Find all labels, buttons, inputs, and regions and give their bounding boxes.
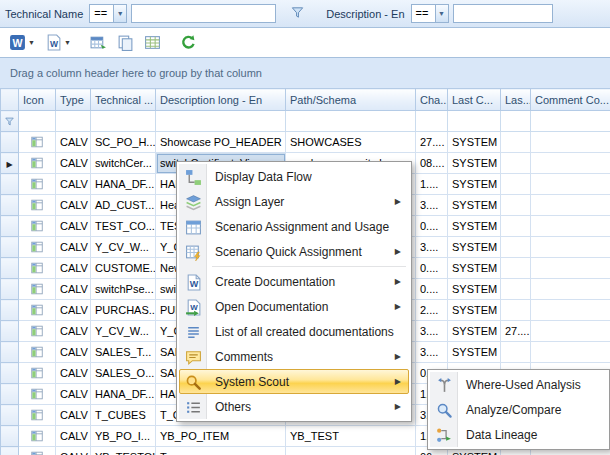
word-template-button[interactable]: W▼ <box>41 31 75 54</box>
dropdown-arrow-icon[interactable]: ▼ <box>64 39 71 46</box>
cell-icon[interactable] <box>19 321 56 342</box>
cell-type[interactable]: CALV <box>56 384 91 405</box>
menu-item-others[interactable]: Others▶ <box>179 394 409 419</box>
filter-cell[interactable] <box>448 111 501 132</box>
cell-last-changed-by[interactable]: SYSTEM <box>448 279 501 300</box>
cell-icon[interactable] <box>19 174 56 195</box>
cell-changed[interactable]: 2.... <box>416 300 448 321</box>
cell-type[interactable]: CALV <box>56 321 91 342</box>
cell-last-changed-by[interactable]: SYSTEM <box>448 195 501 216</box>
cell-technical-name[interactable]: HANA_DF... <box>91 384 156 405</box>
row-indicator[interactable] <box>1 426 19 447</box>
cell-description-long-en[interactable]: Showcase PO_HEADER <box>156 132 286 153</box>
cell-type[interactable]: CALV <box>56 132 91 153</box>
cell-last-changed-by[interactable]: SYSTEM <box>448 321 501 342</box>
cell-icon[interactable] <box>19 153 56 174</box>
cell-technical-name[interactable]: YB_TESTOK <box>91 447 156 455</box>
column-header-last-c[interactable]: Last C... <box>448 89 501 111</box>
row-indicator[interactable] <box>1 216 19 237</box>
cell-changed[interactable]: 0.... <box>416 279 448 300</box>
table-row[interactable]: CALVSC_PO_H...Showcase PO_HEADERSHOWCASE… <box>1 132 610 153</box>
cell-las[interactable] <box>501 279 531 300</box>
column-header-path-schema[interactable]: Path/Schema <box>286 89 416 111</box>
menu-item-list-of-all-created-documentations[interactable]: List of all created documentations <box>179 319 409 344</box>
row-indicator[interactable] <box>1 405 19 426</box>
description-input[interactable] <box>453 4 553 23</box>
cell-comment[interactable] <box>531 321 610 342</box>
cell-changed[interactable]: 0.... <box>416 258 448 279</box>
cell-technical-name[interactable]: YB_PO_I... <box>91 426 156 447</box>
cell-icon[interactable] <box>19 384 56 405</box>
cell-type[interactable]: CALV <box>56 258 91 279</box>
cell-last-changed-by[interactable]: SYSTEM <box>448 342 501 363</box>
cell-las[interactable] <box>501 342 531 363</box>
column-header-cha[interactable]: Cha... <box>416 89 448 111</box>
copy-grid-button[interactable] <box>113 31 138 54</box>
row-indicator[interactable] <box>1 174 19 195</box>
column-header-type[interactable]: Type <box>56 89 91 111</box>
cell-last-changed-by[interactable]: SYSTEM <box>448 174 501 195</box>
filter-cell[interactable] <box>156 111 286 132</box>
chevron-down-icon[interactable]: ▼ <box>113 5 126 22</box>
cell-type[interactable]: CALV <box>56 300 91 321</box>
cell-icon[interactable] <box>19 405 56 426</box>
cell-comment[interactable] <box>531 174 610 195</box>
technical-name-input[interactable] <box>131 4 276 23</box>
export-grid-button[interactable] <box>86 31 111 54</box>
cell-comment[interactable] <box>531 258 610 279</box>
cell-las[interactable] <box>501 174 531 195</box>
filter-settings-button[interactable] <box>284 3 310 24</box>
menu-item-scenario-assignment-and-usage[interactable]: Scenario Assignment and Usage <box>179 214 409 239</box>
cell-icon[interactable] <box>19 426 56 447</box>
row-indicator[interactable] <box>1 342 19 363</box>
cell-changed[interactable]: 3.... <box>416 342 448 363</box>
filter-cell[interactable] <box>286 111 416 132</box>
cell-las[interactable]: 27.... <box>501 321 531 342</box>
cell-icon[interactable] <box>19 363 56 384</box>
cell-technical-name[interactable]: switchPse... <box>91 279 156 300</box>
row-indicator[interactable] <box>1 384 19 405</box>
refresh-button[interactable] <box>176 31 201 54</box>
cell-last-changed-by[interactable]: SYSTEM <box>448 132 501 153</box>
cell-type[interactable]: CALV <box>56 237 91 258</box>
cell-technical-name[interactable]: AD_CUST... <box>91 195 156 216</box>
menu-item-assign-layer[interactable]: Assign Layer▶ <box>179 189 409 214</box>
cell-type[interactable]: CALV <box>56 216 91 237</box>
filter-cell[interactable] <box>416 111 448 132</box>
cell-technical-name[interactable]: Y_CV_W... <box>91 321 156 342</box>
cell-comment[interactable] <box>531 279 610 300</box>
cell-changed[interactable]: 3.... <box>416 321 448 342</box>
cell-type[interactable]: CALV <box>56 342 91 363</box>
menu-item-comments[interactable]: Comments▶ <box>179 344 409 369</box>
row-indicator[interactable] <box>1 258 19 279</box>
column-header-icon[interactable]: Icon <box>19 89 56 111</box>
cell-comment[interactable] <box>531 216 610 237</box>
cell-technical-name[interactable]: TEST_CO... <box>91 216 156 237</box>
cell-icon[interactable] <box>19 342 56 363</box>
cell-type[interactable]: CALV <box>56 447 91 455</box>
cell-las[interactable] <box>501 300 531 321</box>
cell-technical-name[interactable]: SALES_T... <box>91 342 156 363</box>
cell-technical-name[interactable]: T_CUBES <box>91 405 156 426</box>
column-header-technical[interactable]: Technical ... <box>91 89 156 111</box>
menu-item-open-documentation[interactable]: WOpen Documentation▶ <box>179 294 409 319</box>
cell-last-changed-by[interactable]: SYSTEM <box>448 237 501 258</box>
filter-cell[interactable] <box>91 111 156 132</box>
cell-las[interactable] <box>501 216 531 237</box>
menu-item-create-documentation[interactable]: WCreate Documentation▶ <box>179 269 409 294</box>
cell-last-changed-by[interactable]: SYSTEM <box>448 153 501 174</box>
menu-item-system-scout[interactable]: System Scout▶ <box>179 369 409 394</box>
cell-path-schema[interactable]: SHOWCASES <box>286 132 416 153</box>
menu-item-display-data-flow[interactable]: Display Data Flow <box>179 164 409 189</box>
cell-description-long-en[interactable]: YB_PO_ITEM <box>156 426 286 447</box>
cell-type[interactable]: CALV <box>56 195 91 216</box>
cell-changed[interactable]: 1.... <box>416 174 448 195</box>
cell-last-changed-by[interactable]: SYSTEM <box>448 300 501 321</box>
column-header-las[interactable]: Las... <box>501 89 531 111</box>
cell-las[interactable] <box>501 258 531 279</box>
cell-comment[interactable] <box>531 300 610 321</box>
word-export-button[interactable]: W▼ <box>5 31 39 54</box>
submenu-item-analyze-compare[interactable]: Analyze/Compare <box>430 397 607 422</box>
cell-type[interactable]: CALV <box>56 174 91 195</box>
row-indicator[interactable] <box>1 132 19 153</box>
